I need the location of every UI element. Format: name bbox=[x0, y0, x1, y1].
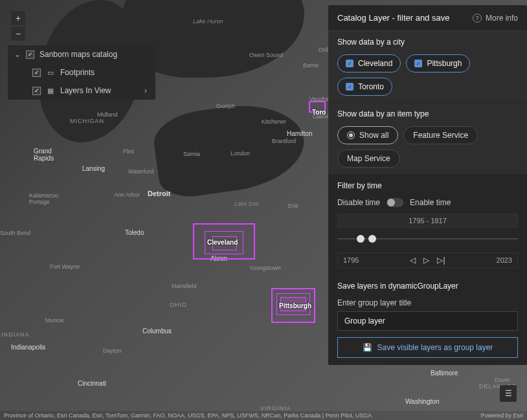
city-label: Kitchener bbox=[262, 118, 286, 125]
chevron-down-icon: ⌄ bbox=[13, 50, 22, 59]
save-button-label: Save visible layers as group layer bbox=[377, 343, 493, 352]
city-chip-cleveland[interactable]: Cleveland bbox=[337, 54, 401, 72]
layers-icon: ▦ bbox=[46, 86, 55, 95]
city-label: Barrie bbox=[303, 62, 319, 69]
more-info-label: More info bbox=[486, 14, 518, 23]
layer-inview-row[interactable]: ▦ Layers In View › bbox=[8, 82, 155, 100]
footprint-cleveland[interactable]: Cleveland bbox=[193, 223, 255, 260]
city-label: Flint bbox=[123, 148, 134, 155]
state-label: OHIO bbox=[170, 302, 187, 308]
footprint-pittsburgh[interactable]: Pittsburgh bbox=[271, 288, 315, 323]
city-label: Grand Rapids bbox=[34, 148, 56, 162]
group-title-input[interactable] bbox=[337, 311, 518, 331]
section-title: Save layers in dynamicGroupLayer bbox=[337, 282, 518, 291]
prev-button[interactable]: ◁ bbox=[410, 256, 416, 265]
help-icon: ? bbox=[473, 14, 482, 23]
type-pill-feature[interactable]: Feature Service bbox=[403, 126, 478, 144]
city-label: Fort Wayne bbox=[50, 263, 80, 270]
city-label: Brantford bbox=[272, 138, 296, 144]
powered-by: Powered by Esri bbox=[480, 412, 523, 419]
layer-checkbox[interactable] bbox=[32, 87, 41, 95]
time-end-label: 2023 bbox=[497, 256, 512, 264]
city-label: South Bend bbox=[0, 230, 30, 236]
city-label: Erie bbox=[288, 203, 298, 209]
city-label: Columbus bbox=[142, 327, 172, 335]
city-label: Ann Arbor bbox=[114, 192, 140, 198]
city-label: Lansing bbox=[82, 165, 105, 172]
play-button[interactable]: ▷ bbox=[423, 256, 429, 265]
input-label: Enter group layer title bbox=[337, 298, 518, 307]
panel-title: Catalog Layer - filter and save bbox=[337, 13, 449, 23]
next-button[interactable]: ▷| bbox=[437, 256, 445, 265]
city-chip-pittsburgh[interactable]: Pittsburgh bbox=[406, 54, 470, 72]
radio-icon bbox=[347, 131, 355, 139]
footprints-icon: ▭ bbox=[46, 68, 55, 77]
city-label: Toledo bbox=[125, 229, 144, 236]
checkbox-icon bbox=[414, 60, 422, 67]
city-chip-toronto[interactable]: Toronto bbox=[337, 78, 392, 96]
city-label: Detroit bbox=[148, 190, 170, 197]
lake-label: Lake Erie bbox=[234, 201, 259, 207]
layer-footprints-row[interactable]: ▭ Footprints bbox=[8, 63, 155, 82]
type-pill-all[interactable]: Show all bbox=[337, 126, 398, 144]
footprint-toronto[interactable]: Toro bbox=[309, 101, 326, 113]
more-info-link[interactable]: ? More info bbox=[473, 14, 518, 23]
slider-thumb-start[interactable] bbox=[357, 235, 364, 243]
layer-label: Layers In View bbox=[60, 86, 141, 95]
slider-thumb-end[interactable] bbox=[368, 235, 376, 243]
state-label: MICHIGAN bbox=[70, 118, 104, 124]
city-label: Midland bbox=[97, 111, 118, 118]
city-label: Dover bbox=[495, 377, 510, 383]
layer-label: Footprints bbox=[60, 68, 150, 77]
section-title: Show data by an item type bbox=[337, 109, 518, 118]
layer-list-panel: ⌄ Sanborn maps catalog ▭ Footprints ▦ La… bbox=[8, 45, 155, 100]
checkbox-icon bbox=[346, 83, 353, 91]
city-label: Hamilton bbox=[287, 130, 312, 137]
filter-panel: Catalog Layer - filter and save ? More i… bbox=[328, 5, 527, 365]
city-label: Cincinnati bbox=[78, 380, 106, 387]
legend-icon: ☰ bbox=[505, 389, 512, 398]
lake-label: Lake Huron bbox=[193, 18, 223, 25]
city-label: Kalamazoo Portage bbox=[29, 193, 65, 206]
city-label: Mansfield bbox=[172, 283, 197, 289]
checkbox-icon bbox=[346, 60, 353, 67]
layer-checkbox[interactable] bbox=[26, 50, 34, 59]
city-label: Dayton bbox=[103, 348, 122, 354]
city-label: Washington bbox=[405, 398, 439, 405]
section-title: Show data by a city bbox=[337, 38, 518, 47]
zoom-out-button[interactable]: − bbox=[10, 26, 26, 41]
layer-label: Sanborn maps catalog bbox=[39, 50, 150, 59]
time-toggle[interactable] bbox=[387, 198, 403, 207]
save-icon: 💾 bbox=[363, 343, 372, 352]
zoom-in-button[interactable]: + bbox=[10, 10, 26, 26]
attribution-text: Province of Ontario, Esri Canada, Esri, … bbox=[4, 412, 372, 419]
chevron-right-icon: › bbox=[141, 86, 150, 95]
city-label: Owen Sound bbox=[249, 52, 283, 58]
zoom-controls: + − bbox=[10, 10, 26, 41]
city-label: Guelph bbox=[216, 103, 235, 109]
disable-time-label: Disable time bbox=[337, 198, 380, 207]
layer-checkbox[interactable] bbox=[32, 69, 41, 77]
time-slider[interactable] bbox=[337, 233, 518, 245]
save-layers-button[interactable]: 💾 Save visible layers as group layer bbox=[337, 337, 518, 358]
time-range-display: 1795 - 1817 bbox=[337, 214, 518, 228]
type-pill-map[interactable]: Map Service bbox=[337, 149, 400, 168]
section-title: Filter by time bbox=[337, 181, 518, 190]
enable-time-label: Enable time bbox=[410, 198, 451, 207]
state-label: INDIANA bbox=[1, 331, 30, 338]
city-label: Waterford bbox=[128, 168, 153, 175]
legend-button[interactable]: ☰ bbox=[500, 385, 517, 402]
city-label: Indianapolis bbox=[11, 344, 45, 351]
city-label: Youngstown bbox=[249, 265, 281, 271]
city-label: Muncie bbox=[45, 317, 64, 324]
city-label: Sarnia bbox=[183, 151, 200, 157]
city-label: London bbox=[230, 150, 250, 157]
layer-root-row[interactable]: ⌄ Sanborn maps catalog bbox=[8, 45, 155, 63]
city-label: Baltimore bbox=[431, 370, 458, 377]
time-start-label: 1795 bbox=[343, 256, 359, 264]
